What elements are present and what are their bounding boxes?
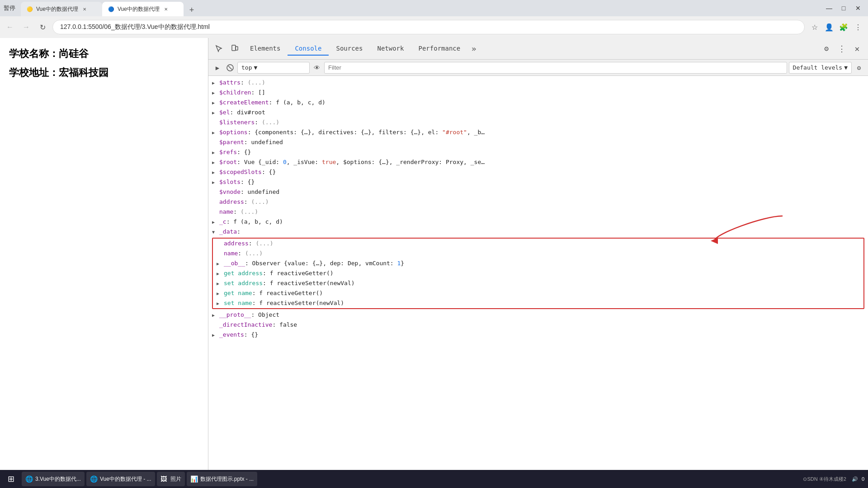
expand-arrow[interactable] [217,259,222,268]
taskbar-item-1-icon: 🌐 [25,475,33,483]
expand-arrow[interactable] [212,108,217,117]
reload-button[interactable]: ↻ [36,21,49,33]
expand-arrow-data[interactable] [212,228,217,236]
expand-arrow[interactable] [212,148,217,157]
taskbar-item-3[interactable]: 🖼 照片 [157,472,185,486]
school-address: 学校地址：宏福科技园 [9,66,199,80]
svg-line-3 [228,66,232,70]
list-item: $children: [] [208,88,868,98]
expand-arrow[interactable] [212,168,217,177]
taskbar-item-2[interactable]: 🌐 Vue中的数据代理 - ... [86,472,155,486]
bookmark-icon[interactable]: ☆ [808,21,821,33]
profile-icon[interactable]: 👤 [823,21,835,33]
taskbar-item-4-icon: 📊 [190,475,198,483]
list-item: address: (...) [208,197,868,207]
list-item: __ob__: Observer {value: {…}, dep: Dep, … [213,258,863,268]
back-button[interactable]: ← [4,21,16,33]
taskbar: ⊞ 🌐 3.Vue中的数据代... 🌐 Vue中的数据代理 - ... 🖼 照片… [0,470,868,488]
window-controls: — □ ✕ [823,2,864,14]
element-picker-button[interactable] [212,42,226,56]
taskbar-items: 🌐 3.Vue中的数据代... 🌐 Vue中的数据代理 - ... 🖼 照片 📊… [22,472,797,486]
tab-2[interactable]: 🔵 Vue中的数据代理 ✕ [102,2,184,16]
level-label: Default levels [793,64,843,71]
list-item: get name: f reactiveGetter() [213,288,863,298]
list-item: _c: f (a, b, c, d) [208,217,868,227]
more-tabs-button[interactable]: » [467,42,480,55]
devtools-close-button[interactable]: ✕ [850,42,864,56]
taskbar-item-2-label: Vue中的数据代理 - ... [100,475,151,483]
address-bar: ← → ↻ 127.0.0.1:5500/06_数据代理/3.Vue中的数据代理… [0,16,868,38]
expand-arrow[interactable] [212,128,217,137]
taskbar-item-4[interactable]: 📊 数据代理图示.pptx - ... [187,472,258,486]
taskbar-item-1[interactable]: 🌐 3.Vue中的数据代... [22,472,85,486]
list-item: set name: f reactiveSetter(newVal) [213,298,863,308]
devtools-kebab-button[interactable]: ⋮ [835,42,849,56]
tab-performance[interactable]: Performance [411,42,467,56]
list-item: $createElement: f (a, b, c, d) [208,98,868,108]
list-item: $scopedSlots: {} [208,167,868,177]
expand-arrow[interactable] [212,99,217,107]
devtools-settings-button[interactable]: ⚙ [819,42,834,56]
expand-arrow[interactable] [217,279,222,288]
tab-1[interactable]: 🟡 Vue中的数据代理 ✕ [21,2,102,16]
new-tab-button[interactable]: + [185,4,198,16]
expand-arrow[interactable] [212,311,217,319]
title-bar: 暂停 🟡 Vue中的数据代理 ✕ 🔵 Vue中的数据代理 ✕ + — □ ✕ [0,0,868,16]
expand-arrow[interactable] [217,269,222,278]
expand-arrow[interactable] [212,89,217,97]
taskbar-item-3-label: 照片 [170,475,181,483]
filter-input[interactable] [324,62,787,74]
tab-sources[interactable]: Sources [329,42,370,56]
taskbar-item-1-label: 3.Vue中的数据代... [35,475,81,483]
tab-network[interactable]: Network [370,42,411,56]
maximize-button[interactable]: □ [837,2,850,14]
console-toolbar: ▶ top ▼ 👁 Default levels ▼ ⚙ [208,60,868,76]
tray-volume-icon[interactable]: 🔊 [850,476,860,482]
tab1-close[interactable]: ✕ [81,5,88,13]
level-select[interactable]: Default levels ▼ [789,62,852,74]
context-select[interactable]: top ▼ [237,62,310,74]
devtools-toolbar: Elements Console Sources Network Perform… [208,38,868,60]
menu-icon[interactable]: ⋮ [852,21,864,33]
list-item: _events: {} [208,330,868,340]
console-clear-button[interactable] [225,62,236,73]
list-item: $slots: {} [208,177,868,187]
expand-arrow[interactable] [212,79,217,87]
list-item: $listeners: (...) [208,117,868,127]
expand-arrow[interactable] [212,158,217,167]
minimize-button[interactable]: — [823,2,835,14]
expand-arrow[interactable] [212,331,217,339]
tab2-close[interactable]: ✕ [162,5,170,13]
device-toolbar-button[interactable] [227,42,242,56]
page-content: 学校名称：尚硅谷 学校地址：宏福科技园 [0,38,208,470]
console-settings-button[interactable]: ⚙ [854,62,864,73]
context-label: top [241,64,252,71]
list-item: $el: div#root [208,108,868,117]
list-item: $refs: {} [208,147,868,157]
list-item: $options: {components: {…}, directives: … [208,127,868,137]
expand-arrow[interactable] [217,299,222,308]
expand-arrow[interactable] [217,289,222,298]
start-button[interactable]: ⊞ [4,472,18,486]
tab1-favicon: 🟡 [26,5,33,13]
taskbar-item-2-icon: 🌐 [90,475,97,483]
browser-title: 暂停 [4,4,15,12]
data-header-line: _data: [208,227,868,237]
address-input[interactable]: 127.0.0.1:5500/06_数据代理/3.Vue中的数据代理.html [52,20,805,34]
taskbar-item-3-icon: 🖼 [160,475,168,483]
eye-button[interactable]: 👁 [311,62,322,73]
console-play-button[interactable]: ▶ [212,62,223,73]
clock-time: 0 [862,476,864,482]
context-dropdown-icon: ▼ [254,64,257,71]
tab-console[interactable]: Console [288,42,329,56]
extension-icon[interactable]: 🧩 [837,21,850,33]
address-text: 127.0.0.1:5500/06_数据代理/3.Vue中的数据代理.html [60,23,210,31]
close-button[interactable]: ✕ [852,2,864,14]
expand-arrow[interactable] [212,178,217,187]
list-item: get address: f reactiveGetter() [213,268,863,278]
tab-elements[interactable]: Elements [243,42,288,56]
expand-arrow[interactable] [212,218,217,226]
taskbar-item-4-label: 数据代理图示.pptx - ... [200,475,254,483]
system-tray: ⊙SDN ④待木成楼2 🔊 0 [801,476,864,483]
forward-button[interactable]: → [20,21,33,33]
